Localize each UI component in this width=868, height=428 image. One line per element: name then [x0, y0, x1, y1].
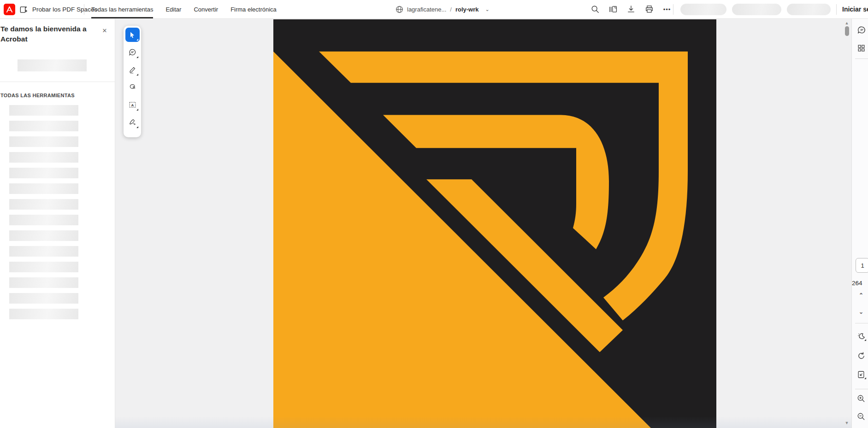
acrobat-logo[interactable]	[4, 4, 15, 15]
placeholder-pill	[787, 4, 831, 15]
tool-skeleton-item	[9, 199, 78, 210]
chevron-up-icon: ⌃	[859, 292, 863, 299]
print-icon	[645, 5, 654, 13]
submenu-corner	[864, 377, 866, 379]
canvas-scrollbar[interactable]: ▲ ▼	[844, 19, 850, 428]
tab-firma-electronica[interactable]: Firma electrónica	[230, 0, 277, 18]
tab-todas-las-herramientas[interactable]: Todas las herramientas	[91, 0, 153, 18]
more-options-button[interactable]: •••	[661, 3, 673, 15]
previous-page-button[interactable]: ⌃	[856, 292, 866, 299]
try-pdf-spaces-button[interactable]: Probar los PDF Spaces	[19, 0, 97, 18]
rotate-page-button[interactable]	[856, 351, 866, 361]
organize-pages-button[interactable]	[607, 3, 619, 15]
rail-divider	[855, 389, 868, 389]
toolbar-tabs: Todas las herramientas Editar Convertir …	[91, 0, 277, 18]
total-pages-label: 264	[852, 280, 868, 287]
acrobat-a-icon	[6, 6, 13, 13]
select-tool-button[interactable]	[125, 28, 140, 42]
highlight-tool-icon	[129, 66, 136, 74]
comments-panel-button[interactable]	[856, 25, 866, 35]
try-pdf-spaces-label: Probar los PDF Spaces	[32, 6, 97, 13]
tool-skeleton-item	[9, 215, 78, 225]
tool-skeleton-item	[9, 121, 78, 131]
breadcrumb-doc-name: roly-wrk	[455, 6, 479, 13]
download-icon	[627, 5, 635, 13]
zoom-in-icon	[857, 394, 865, 403]
rail-divider	[855, 323, 868, 323]
comment-tool-button[interactable]	[125, 45, 140, 59]
dark-mode-button[interactable]	[856, 331, 866, 341]
placeholder-pill	[732, 4, 781, 15]
scroll-up-icon[interactable]: ▲	[844, 21, 849, 25]
rotate-page-icon	[857, 352, 866, 360]
tool-skeleton-item	[9, 277, 78, 288]
chevron-down-icon[interactable]: ⌄	[485, 6, 489, 12]
print-button[interactable]	[643, 3, 655, 15]
search-icon	[591, 5, 599, 13]
sidebar-divider	[0, 82, 115, 82]
search-button[interactable]	[589, 3, 601, 15]
text-select-tool-icon: A	[129, 101, 136, 109]
more-options-icon: •••	[663, 6, 671, 13]
thumbnails-panel-button[interactable]	[856, 43, 866, 53]
close-icon[interactable]: ✕	[100, 26, 109, 35]
submenu-corner	[136, 109, 138, 111]
tab-editar[interactable]: Editar	[165, 0, 181, 18]
submenu-corner	[136, 74, 138, 76]
document-canvas[interactable]: A ▲ ▼	[115, 19, 851, 428]
toolbar-divider	[84, 4, 84, 15]
current-page-input[interactable]: 1	[856, 258, 868, 273]
organize-pages-icon	[609, 5, 618, 13]
zoom-out-button[interactable]	[856, 411, 866, 422]
zoom-in-button[interactable]	[856, 393, 866, 404]
current-page-value: 1	[861, 262, 864, 269]
fit-page-button[interactable]	[856, 369, 866, 380]
tool-skeleton-item	[9, 246, 78, 257]
pdf-logo-artwork	[273, 19, 716, 428]
breadcrumb-site: lagraficatene...	[407, 6, 446, 13]
document-breadcrumb[interactable]: lagraficatene... / roly-wrk ⌄	[396, 0, 490, 18]
pdf-page[interactable]	[273, 19, 716, 428]
pdf-spaces-icon	[19, 5, 28, 14]
submenu-corner	[864, 339, 866, 341]
submenu-corner	[136, 39, 138, 41]
tab-convertir[interactable]: Convertir	[194, 0, 218, 18]
welcome-title: Te damos la bienvenida a Acrobat	[0, 24, 93, 45]
comments-panel-icon	[857, 26, 866, 35]
highlight-tool-button[interactable]	[125, 63, 140, 77]
text-select-tool-button[interactable]: A	[125, 98, 140, 112]
scroll-down-icon[interactable]: ▼	[844, 421, 849, 425]
fill-sign-tool-button[interactable]	[125, 115, 140, 129]
globe-icon	[396, 6, 403, 13]
welcome-sidebar: Te damos la bienvenida a Acrobat ✕ TODAS…	[0, 19, 115, 428]
svg-text:A: A	[131, 103, 134, 107]
fill-sign-tool-icon	[129, 118, 136, 126]
tool-skeleton-item	[9, 183, 78, 194]
placeholder-pill	[680, 4, 726, 15]
top-toolbar: Probar los PDF Spaces Todas las herramie…	[0, 0, 868, 19]
tool-skeleton-item	[9, 309, 78, 319]
toolbar-divider	[673, 4, 673, 15]
tool-skeleton-item	[9, 262, 78, 272]
select-tool-icon	[129, 31, 136, 39]
sign-in-button[interactable]: Iniciar sesión	[842, 0, 868, 18]
toolbar-divider	[836, 4, 837, 15]
thumbnails-panel-icon	[857, 44, 865, 52]
lasso-tool-button[interactable]	[125, 80, 140, 94]
submenu-corner	[136, 126, 138, 128]
tool-skeleton-item	[9, 168, 78, 178]
submenu-corner	[136, 56, 138, 58]
toolbar-actions: •••	[589, 0, 673, 18]
tool-skeleton-item	[9, 136, 78, 147]
scrollbar-thumb[interactable]	[845, 26, 849, 36]
lasso-tool-icon	[129, 83, 136, 91]
download-button[interactable]	[625, 3, 637, 15]
tool-skeleton-item	[9, 230, 78, 241]
tool-skeleton-item	[9, 293, 78, 304]
right-tools-rail: 1 264 ⌃ ⌄	[851, 19, 868, 428]
comment-tool-icon	[129, 48, 136, 56]
all-tools-section-title: TODAS LAS HERRAMIENTAS	[0, 93, 75, 98]
tool-skeleton-item	[9, 105, 78, 116]
next-page-button[interactable]: ⌄	[856, 308, 866, 316]
loading-placeholder-buttons	[680, 4, 831, 15]
